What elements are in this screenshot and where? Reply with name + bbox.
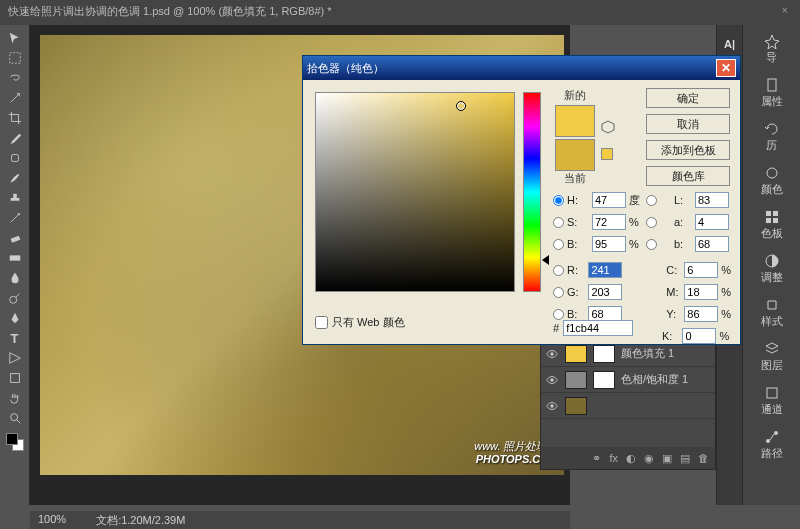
history-brush-icon[interactable] [5,209,25,227]
current-color-swatch[interactable] [555,139,595,171]
g-radio[interactable] [553,287,564,298]
layers-footer: ⚭ fx ◐ ◉ ▣ ▤ 🗑 [541,447,715,469]
color-swatches[interactable] [6,433,24,451]
svg-rect-2 [10,236,20,243]
m-input[interactable] [684,284,718,300]
b2-input[interactable] [695,236,729,252]
tools-panel: T [0,25,30,505]
document-tab-bar: 快速给照片调出协调的色调 1.psd @ 100% (颜色填充 1, RGB/8… [0,0,800,25]
close-button[interactable]: ✕ [716,59,736,77]
layer-thumb[interactable] [565,397,587,415]
marquee-tool-icon[interactable] [5,49,25,67]
y-input[interactable] [684,306,718,322]
adjustment-icon[interactable]: ◉ [644,452,654,465]
hex-input[interactable] [563,320,633,336]
r-input[interactable] [588,262,622,278]
layer-row[interactable]: 色相/饱和度 1 [541,367,715,393]
dodge-tool-icon[interactable] [5,289,25,307]
a-radio[interactable] [646,217,657,228]
layer-mask-thumb[interactable] [593,371,615,389]
type-tool-icon[interactable]: T [5,329,25,347]
eraser-tool-icon[interactable] [5,229,25,247]
paths-panel-icon[interactable]: 路径 [743,427,800,463]
add-swatch-button[interactable]: 添加到色板 [646,140,730,160]
websafe-swatch-icon[interactable] [601,148,613,160]
stamp-tool-icon[interactable] [5,189,25,207]
visibility-icon[interactable] [545,373,559,387]
eyedropper-tool-icon[interactable] [5,129,25,147]
gamut-warning-icon[interactable] [601,120,615,134]
visibility-icon[interactable] [545,347,559,361]
svg-rect-5 [10,374,19,383]
h-input[interactable] [592,192,626,208]
folder-icon[interactable]: ▣ [662,452,672,465]
path-tool-icon[interactable] [5,349,25,367]
layer-name[interactable]: 颜色填充 1 [621,346,674,361]
b-radio[interactable] [553,309,564,320]
svg-point-4 [9,296,16,303]
tab-close-icon[interactable]: × [782,4,788,16]
trash-icon[interactable]: 🗑 [698,452,709,464]
s-radio[interactable] [553,217,564,228]
svg-point-17 [550,352,554,356]
a-input[interactable] [695,214,729,230]
web-only-checkbox[interactable] [315,316,328,329]
bv-radio[interactable] [553,239,564,250]
zoom-level[interactable]: 100% [38,513,66,527]
h-radio[interactable] [553,195,564,206]
gradient-tool-icon[interactable] [5,249,25,267]
l-radio[interactable] [646,195,657,206]
mask-icon[interactable]: ◐ [626,452,636,465]
move-tool-icon[interactable] [5,29,25,47]
svg-rect-11 [766,218,771,223]
pen-tool-icon[interactable] [5,309,25,327]
shape-tool-icon[interactable] [5,369,25,387]
layer-row[interactable] [541,393,715,419]
brush-tool-icon[interactable] [5,169,25,187]
r-radio[interactable] [553,265,564,276]
document-title[interactable]: 快速给照片调出协调的色调 1.psd @ 100% (颜色填充 1, RGB/8… [8,5,332,17]
color-panel-icon[interactable]: 颜色 [743,163,800,199]
layer-thumb[interactable] [565,371,587,389]
g-input[interactable] [588,284,622,300]
doc-info: 文档:1.20M/2.39M [96,513,185,527]
color-libraries-button[interactable]: 颜色库 [646,166,730,186]
swatches-panel-icon[interactable]: 色板 [743,207,800,243]
adjustments-panel-icon[interactable]: 调整 [743,251,800,287]
styles-panel-icon[interactable]: 样式 [743,295,800,331]
layer-name[interactable]: 色相/饱和度 1 [621,372,688,387]
crop-tool-icon[interactable] [5,109,25,127]
s-input[interactable] [592,214,626,230]
properties-panel-icon[interactable]: 属性 [743,75,800,111]
lasso-tool-icon[interactable] [5,69,25,87]
text-panel-icon[interactable]: A| [721,35,739,53]
visibility-icon[interactable] [545,399,559,413]
history-panel-icon[interactable]: 历 [743,119,800,155]
channels-panel-icon[interactable]: 通道 [743,383,800,419]
fx-icon[interactable]: fx [609,452,618,464]
svg-rect-12 [773,218,778,223]
hand-tool-icon[interactable] [5,389,25,407]
zoom-tool-icon[interactable] [5,409,25,427]
blur-tool-icon[interactable] [5,269,25,287]
navigator-panel-icon[interactable]: 导 [743,31,800,67]
b2-radio[interactable] [646,239,657,250]
link-icon[interactable]: ⚭ [592,452,601,465]
k-input[interactable] [682,328,716,344]
layers-panel-icon[interactable]: 图层 [743,339,800,375]
new-color-swatch[interactable] [555,105,595,137]
healing-tool-icon[interactable] [5,149,25,167]
dialog-titlebar[interactable]: 拾色器（纯色） ✕ [303,56,740,80]
l-input[interactable] [695,192,729,208]
cancel-button[interactable]: 取消 [646,114,730,134]
svg-rect-10 [773,211,778,216]
hue-indicator-icon [542,255,549,265]
bv-input[interactable] [592,236,626,252]
svg-rect-3 [9,255,20,260]
saturation-brightness-field[interactable] [315,92,515,292]
wand-tool-icon[interactable] [5,89,25,107]
ok-button[interactable]: 确定 [646,88,730,108]
hue-slider[interactable] [523,92,541,292]
new-layer-icon[interactable]: ▤ [680,452,690,465]
c-input[interactable] [684,262,718,278]
